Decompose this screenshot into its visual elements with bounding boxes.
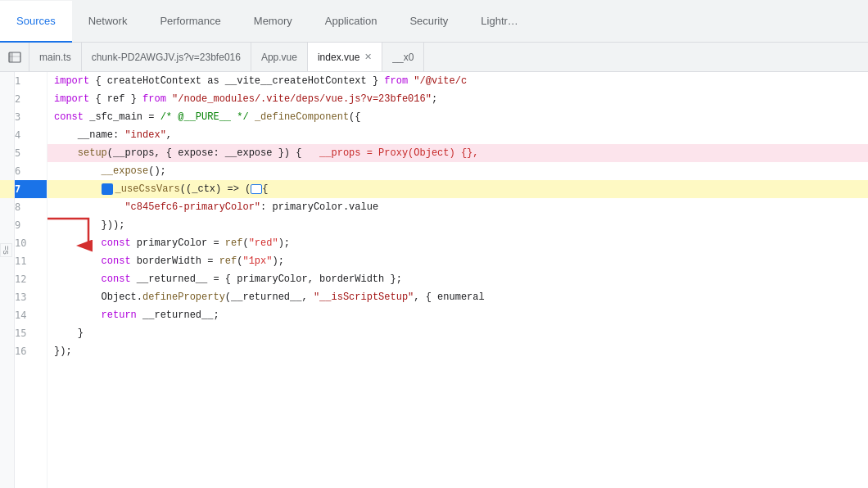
- left-margin: [0, 72, 15, 488]
- line-num-9: 9: [15, 216, 47, 234]
- tab-performance[interactable]: Performance: [143, 1, 237, 43]
- code-line-14: return __returned__;: [47, 306, 868, 324]
- code-line-15: }: [47, 324, 868, 342]
- code-line-11: const borderWidth = ref("1px");: [47, 252, 868, 270]
- tab-security[interactable]: Security: [393, 1, 464, 43]
- code-editor: =s 1 2 3 4 5 6 7 8 9 10 11 12 13 14 15 1…: [0, 72, 868, 488]
- line-num-5: 5: [15, 144, 47, 162]
- line-numbers: 1 2 3 4 5 6 7 8 9 10 11 12 13 14 15 16: [15, 72, 47, 488]
- file-tab-x0[interactable]: __x0: [382, 43, 424, 71]
- line-num-2: 2: [15, 90, 47, 108]
- code-line-8: "c845efc6-primaryColor": primaryColor.va…: [47, 198, 868, 216]
- code-line-2: import { ref } from "/node_modules/.vite…: [47, 90, 868, 108]
- margin-line-2: [0, 90, 14, 108]
- line-num-1: 1: [15, 72, 47, 90]
- tab-application[interactable]: Application: [309, 1, 394, 43]
- code-line-13: Object.defineProperty(__returned__, "__i…: [47, 288, 868, 306]
- margin-line-4: [0, 126, 14, 144]
- collapsed-icon: [251, 184, 262, 194]
- line-num-6: 6: [15, 162, 47, 180]
- margin-line-14: [0, 306, 14, 324]
- line-num-14: 14: [15, 306, 47, 324]
- line-num-3: 3: [15, 108, 47, 126]
- line-num-11: 11: [15, 252, 47, 270]
- code-line-10: const primaryColor = ref("red");: [47, 234, 868, 252]
- code-line-6: __expose();: [47, 162, 868, 180]
- sidebar-toggle-button[interactable]: [0, 43, 29, 72]
- margin-line-12: [0, 270, 14, 288]
- tab-sources[interactable]: Sources: [0, 1, 72, 43]
- line-num-16: 16: [15, 342, 47, 360]
- tab-network[interactable]: Network: [72, 1, 144, 43]
- code-line-12: const __returned__ = { primaryColor, bor…: [47, 270, 868, 288]
- line-num-7: 7: [15, 180, 47, 198]
- code-line-9: }));: [47, 216, 868, 234]
- file-tab-index-vue[interactable]: index.vue ✕: [308, 43, 382, 71]
- code-line-7: _useCssVars((_ctx) => ({: [47, 180, 868, 198]
- code-line-4: __name: "index",: [47, 126, 868, 144]
- margin-line-5: [0, 144, 14, 162]
- code-lines[interactable]: import { createHotContext as __vite__cre…: [47, 72, 868, 488]
- code-line-1: import { createHotContext as __vite__cre…: [47, 72, 868, 90]
- sidebar-icon: [8, 51, 21, 64]
- line-num-8: 8: [15, 198, 47, 216]
- tab-lighthouse[interactable]: Lightr…: [464, 1, 535, 43]
- margin-line-13: [0, 288, 14, 306]
- margin-line-16: [0, 342, 14, 360]
- breakpoint-badge: [102, 183, 113, 195]
- line-num-15: 15: [15, 324, 47, 342]
- top-nav: Sources Network Performance Memory Appli…: [0, 0, 868, 43]
- file-tab-app-vue[interactable]: App.vue: [251, 43, 308, 71]
- margin-line-3: [0, 108, 14, 126]
- close-tab-icon[interactable]: ✕: [364, 52, 372, 62]
- margin-line-7: [0, 180, 14, 198]
- code-line-16: });: [47, 342, 868, 360]
- code-line-5: setup(__props, { expose: __expose }) { _…: [47, 144, 868, 162]
- file-tab-chunk[interactable]: chunk-PD2AWGJV.js?v=23bfe016: [82, 43, 251, 71]
- line-num-12: 12: [15, 270, 47, 288]
- code-line-3: const _sfc_main = /* @__PURE__ */ _defin…: [47, 108, 868, 126]
- file-tabs-bar: main.ts chunk-PD2AWGJV.js?v=23bfe016 App…: [0, 43, 868, 72]
- line-num-10: 10: [15, 234, 47, 252]
- svg-rect-1: [9, 52, 13, 62]
- margin-line-1: [0, 72, 14, 90]
- line-num-4: 4: [15, 126, 47, 144]
- tab-memory[interactable]: Memory: [237, 1, 309, 43]
- scope-marker: =s: [0, 243, 12, 257]
- margin-line-15: [0, 324, 14, 342]
- margin-line-9: [0, 216, 14, 234]
- margin-line-8: [0, 198, 14, 216]
- line-num-13: 13: [15, 288, 47, 306]
- file-tab-main-ts[interactable]: main.ts: [29, 43, 82, 71]
- margin-line-6: [0, 162, 14, 180]
